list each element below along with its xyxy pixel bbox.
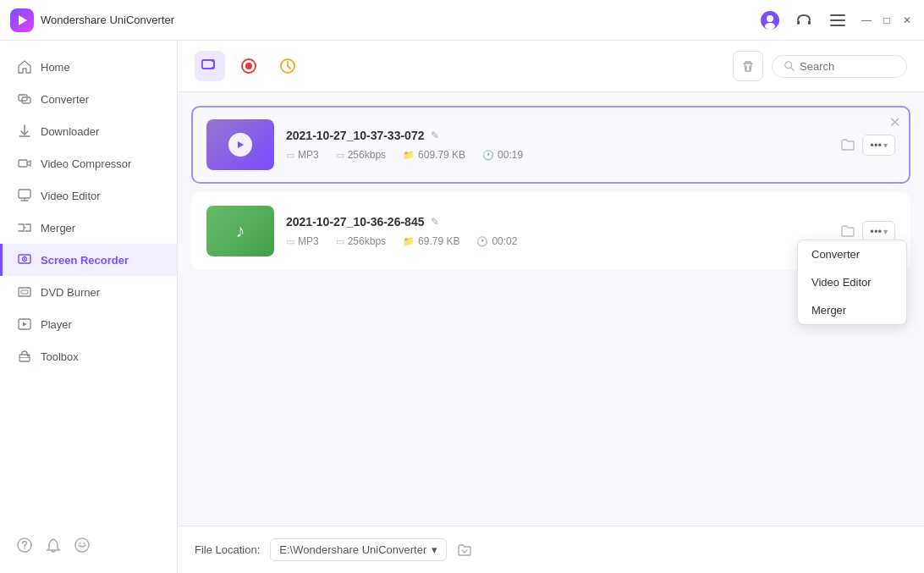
profile-button[interactable] <box>758 8 782 32</box>
more-options-1[interactable]: ••• ▾ <box>862 135 895 156</box>
format-value-1: MP3 <box>298 149 319 161</box>
sidebar-item-home[interactable]: Home <box>0 51 177 83</box>
svg-rect-8 <box>830 25 845 26</box>
svg-rect-4 <box>797 20 800 25</box>
sidebar-label-video-editor: Video Editor <box>41 190 101 202</box>
window-controls: — □ ✕ <box>860 14 914 27</box>
svg-rect-6 <box>830 14 845 16</box>
size-value-2: 69.79 KB <box>418 235 459 247</box>
open-folder-1[interactable] <box>840 137 855 152</box>
open-folder-2[interactable] <box>840 223 855 239</box>
video-editor-icon <box>17 188 32 203</box>
svg-rect-5 <box>808 20 811 25</box>
sidebar-label-downloader: Downloader <box>41 125 99 138</box>
more-chevron-2: ▾ <box>883 227 888 236</box>
help-icon[interactable] <box>17 537 32 553</box>
search-icon <box>784 60 795 72</box>
format-icon-2: ▭ <box>286 236 294 247</box>
sidebar-label-converter: Converter <box>41 93 89 106</box>
toolbar <box>178 41 924 92</box>
main-layout: Home Converter Downloader <box>0 41 924 573</box>
location-select[interactable]: E:\Wondershare UniConverter ▾ <box>270 538 447 561</box>
delete-button[interactable] <box>733 51 763 81</box>
app-title: Wondershare UniConverter <box>41 14 174 26</box>
svg-point-22 <box>27 355 29 357</box>
meta-bitrate-2: ▭ 256kbps <box>336 235 386 247</box>
file-list: 2021-10-27_10-37-33-072 ✎ ▭ MP3 ▭ 256kbp… <box>178 92 924 526</box>
dropdown-menu: Converter Video Editor Merger <box>797 240 907 325</box>
meta-duration-2: 🕐 00:02 <box>476 235 517 247</box>
search-box <box>772 55 907 78</box>
more-dots-1: ••• <box>870 139 882 152</box>
more-chevron-1: ▾ <box>883 140 888 150</box>
svg-point-30 <box>245 63 252 69</box>
toolbar-screen-icon[interactable] <box>195 51 225 81</box>
file-meta-2: ▭ MP3 ▭ 256kbps 📁 69.79 KB 🕐 <box>286 235 828 247</box>
meta-duration-1: 🕐 00:19 <box>482 149 523 161</box>
svg-point-3 <box>765 23 775 30</box>
toolbar-schedule-icon[interactable] <box>272 51 303 81</box>
close-file-1[interactable]: ✕ <box>889 116 900 129</box>
minimize-button[interactable]: — <box>860 14 873 27</box>
duration-value-1: 00:19 <box>498 149 523 161</box>
close-window-button[interactable]: ✕ <box>900 14 914 27</box>
meta-size-1: 📁 609.79 KB <box>403 149 465 161</box>
svg-point-25 <box>75 538 89 552</box>
sidebar-item-converter[interactable]: Converter <box>0 83 177 115</box>
svg-marker-19 <box>23 322 27 327</box>
file-name-1: 2021-10-27_10-37-33-072 <box>286 129 424 142</box>
bitrate-icon-2: ▭ <box>336 236 344 247</box>
downloader-icon <box>17 124 32 139</box>
meta-format-1: ▭ MP3 <box>286 149 319 161</box>
svg-marker-34 <box>238 141 244 148</box>
sidebar-label-screen-recorder: Screen Recorder <box>41 254 129 267</box>
notification-icon[interactable] <box>46 537 61 553</box>
sidebar-label-merger: Merger <box>41 222 75 234</box>
title-bar: Wondershare UniConverter — <box>0 0 924 41</box>
svg-marker-0 <box>19 15 27 25</box>
svg-rect-17 <box>21 290 28 294</box>
search-input[interactable] <box>800 60 894 73</box>
file-meta-1: ▭ MP3 ▭ 256kbps 📁 609.79 KB 🕐 <box>286 149 828 161</box>
dropdown-merger[interactable]: Merger <box>798 296 906 324</box>
dropdown-video-editor[interactable]: Video Editor <box>798 268 906 296</box>
svg-rect-16 <box>19 288 30 296</box>
svg-point-2 <box>767 15 773 22</box>
sidebar-item-video-compressor[interactable]: Video Compressor <box>0 147 177 179</box>
sidebar-item-screen-recorder[interactable]: Screen Recorder <box>0 244 177 276</box>
meta-size-2: 📁 69.79 KB <box>403 235 459 247</box>
dropdown-converter[interactable]: Converter <box>798 240 906 268</box>
converter-icon <box>17 91 32 107</box>
sidebar-item-merger[interactable]: Merger <box>0 212 177 244</box>
sidebar-item-toolbox[interactable]: Toolbox <box>0 340 177 372</box>
open-location-button[interactable] <box>457 543 472 558</box>
sidebar-item-player[interactable]: Player <box>0 308 177 340</box>
toolbox-icon <box>17 349 32 364</box>
file-item-1[interactable]: 2021-10-27_10-37-33-072 ✎ ▭ MP3 ▭ 256kbp… <box>191 106 910 184</box>
meta-format-2: ▭ MP3 <box>286 235 319 247</box>
file-edit-icon-1[interactable]: ✎ <box>431 129 439 141</box>
sidebar-item-downloader[interactable]: Downloader <box>0 115 177 147</box>
svg-point-24 <box>24 548 25 549</box>
svg-point-15 <box>24 258 25 260</box>
sidebar-item-dvd-burner[interactable]: DVD Burner <box>0 276 177 308</box>
sidebar-label-dvd-burner: DVD Burner <box>41 286 100 299</box>
feedback-icon[interactable] <box>74 537 90 553</box>
file-name-row-2: 2021-10-27_10-36-26-845 ✎ <box>286 215 828 229</box>
sidebar-label-player: Player <box>41 318 72 331</box>
more-options-2[interactable]: ••• ▾ <box>862 221 895 242</box>
file-edit-icon-2[interactable]: ✎ <box>431 216 439 228</box>
duration-icon-1: 🕐 <box>482 150 494 161</box>
home-icon <box>17 59 32 74</box>
title-bar-left: Wondershare UniConverter <box>10 8 174 32</box>
headset-button[interactable] <box>792 8 816 32</box>
maximize-button[interactable]: □ <box>880 14 894 27</box>
screen-recorder-icon <box>17 252 32 267</box>
menu-button[interactable] <box>826 8 850 32</box>
toolbar-record-icon[interactable] <box>234 51 264 81</box>
app-logo <box>10 8 34 32</box>
location-chevron: ▾ <box>432 543 437 556</box>
file-info-2: 2021-10-27_10-36-26-845 ✎ ▭ MP3 ▭ 256kbp… <box>286 215 828 247</box>
format-icon-1: ▭ <box>286 150 294 161</box>
sidebar-item-video-editor[interactable]: Video Editor <box>0 179 177 212</box>
